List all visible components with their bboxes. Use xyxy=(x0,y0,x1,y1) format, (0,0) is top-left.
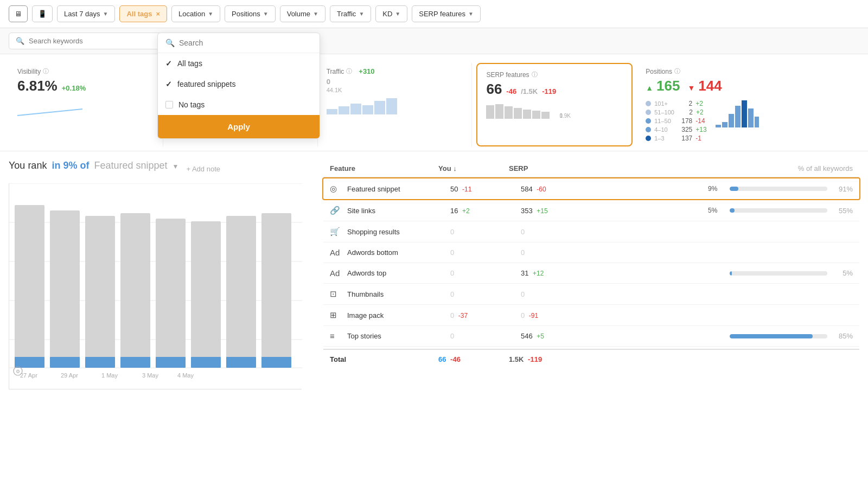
toolbar: 🖥 📱 Last 7 days ▼ All tags × Location ▼ … xyxy=(0,0,868,28)
serp-features-btn[interactable]: SERP features ▼ xyxy=(412,5,481,22)
close-icon[interactable]: × xyxy=(156,10,160,18)
total-you-val: 66 xyxy=(438,355,446,363)
dropdown-item-featured[interactable]: ✓ featured snippets xyxy=(158,74,320,94)
chevron-down-icon: ▼ xyxy=(263,11,269,17)
volume-btn[interactable]: Volume ▼ xyxy=(280,5,326,22)
svg-rect-33 xyxy=(261,213,291,368)
serp-value: 0 xyxy=(521,248,591,257)
positions-card: Positions ⓘ ▲ 165 ▼ 144 101+ 2 +2 51–100… xyxy=(637,63,859,146)
pos-row-101: 101+ 2 +2 xyxy=(646,100,706,107)
col-you-header: You ↓ xyxy=(438,164,509,172)
search-input[interactable] xyxy=(29,37,164,45)
pos-row-1-3: 1–3 137 -1 xyxy=(646,135,706,142)
traffic-delta: +310 xyxy=(359,67,374,75)
svg-text:27 Apr: 27 Apr xyxy=(20,372,37,379)
serp-value: 0 -91 xyxy=(521,311,591,319)
serp-features-label: SERP features ⓘ xyxy=(486,71,623,79)
date-range-btn[interactable]: Last 7 days ▼ xyxy=(57,5,115,22)
feature-name: Shopping results xyxy=(347,228,450,236)
svg-rect-0 xyxy=(327,109,337,114)
no-tags-label: No tags xyxy=(178,100,205,109)
serp-value: 353 +15 xyxy=(521,207,591,215)
col-feature-header: Feature xyxy=(330,164,438,172)
pos-row-4-10: 4–10 325 +13 xyxy=(646,126,706,133)
visibility-chart xyxy=(17,98,154,119)
dropdown-search-row: 🔍 xyxy=(158,33,320,53)
tags-btn[interactable]: All tags × xyxy=(119,5,167,22)
svg-rect-2 xyxy=(350,104,361,114)
feature-name: Image pack xyxy=(347,311,450,319)
location-btn[interactable]: Location ▼ xyxy=(171,5,220,22)
feature-icon: 🛒 xyxy=(330,227,343,236)
total-serp-delta: -119 xyxy=(528,355,542,363)
svg-rect-12 xyxy=(541,112,550,119)
svg-rect-8 xyxy=(505,106,513,119)
svg-rect-15 xyxy=(729,114,734,127)
svg-rect-9 xyxy=(514,108,522,119)
svg-rect-28 xyxy=(85,216,115,368)
traffic-label: Traffic ⓘ +310 xyxy=(327,67,463,75)
table-row: ≡ Top stories 0 546 +5 85% xyxy=(323,326,859,347)
desktop-device-btn[interactable]: 🖥 xyxy=(9,5,28,22)
svg-rect-26 xyxy=(15,205,44,368)
pct-col: 5% 55% xyxy=(591,207,853,215)
check-icon: ✓ xyxy=(165,80,172,88)
serp-delta: -46 xyxy=(506,87,516,95)
table-row: Ad Adwords top 0 31 +12 5% xyxy=(323,263,859,284)
svg-rect-41 xyxy=(261,357,291,368)
you-value: 50 -11 xyxy=(450,185,521,193)
tags-label: All tags xyxy=(126,10,152,18)
serp-features-value: 66 -46 /1.5K -119 xyxy=(486,81,623,98)
positions-btn[interactable]: Positions ▼ xyxy=(225,5,276,22)
svg-rect-34 xyxy=(15,357,44,368)
serp-features-table: Feature You ↓ SERP % of all keywords ◎ F… xyxy=(323,160,859,369)
dot-icon xyxy=(646,136,651,141)
table-row: ◎ Featured snippet 50 -11 584 -60 9% 91% xyxy=(322,177,860,200)
info-icon: ⓘ xyxy=(674,67,680,75)
pct-col: 5% xyxy=(591,269,853,277)
svg-rect-19 xyxy=(755,117,759,127)
dropdown-item-all-tags[interactable]: ✓ All tags xyxy=(158,53,320,74)
pct-col: 85% xyxy=(591,332,853,340)
checkbox-icon[interactable] xyxy=(165,101,173,108)
serp-value: 0 xyxy=(521,228,591,236)
feature-icon: Ad xyxy=(330,248,343,257)
svg-rect-29 xyxy=(120,213,150,368)
feature-icon: ◎ xyxy=(330,184,343,194)
you-value: 0 xyxy=(450,269,521,277)
search-icon: 🔍 xyxy=(16,37,24,45)
serp-value: 584 -60 xyxy=(521,185,591,193)
dropdown-item-no-tags[interactable]: No tags xyxy=(158,94,320,115)
feature-icon: 🔗 xyxy=(330,206,343,215)
add-note-btn[interactable]: + Add note xyxy=(186,165,220,173)
you-value: 0 xyxy=(450,228,521,236)
serp-value: 546 +5 xyxy=(521,332,591,340)
mobile-device-btn[interactable]: 📱 xyxy=(32,5,53,22)
search-input-wrap[interactable]: 🔍 xyxy=(9,33,171,49)
dropdown-search-input[interactable] xyxy=(179,39,312,47)
feature-name: Featured snippet xyxy=(347,185,450,193)
svg-rect-3 xyxy=(362,105,373,114)
serp-features-card: SERP features ⓘ 66 -46 /1.5K -119 1.9K 0 xyxy=(476,63,633,146)
positions-label: Positions ⓘ xyxy=(646,67,851,75)
table-row: ⊡ Thumbnails 0 0 xyxy=(323,284,859,305)
svg-text:29 Apr: 29 Apr xyxy=(61,372,78,379)
pos-row-11-50: 11–50 178 -14 xyxy=(646,117,706,125)
svg-rect-14 xyxy=(722,122,727,127)
svg-rect-35 xyxy=(50,357,80,368)
positions-rows: 101+ 2 +2 51–100 2 +2 11–50 178 -14 xyxy=(646,100,706,142)
search-icon: 🔍 xyxy=(165,39,175,47)
serp-features-label: SERP features xyxy=(419,10,465,18)
col-pct-header: % of all keywords xyxy=(579,164,853,172)
apply-button[interactable]: Apply xyxy=(158,115,320,138)
all-tags-label: All tags xyxy=(177,59,202,68)
positions-main: ▲ 165 ▼ 144 xyxy=(646,78,851,94)
you-value: 16 +2 xyxy=(450,207,521,215)
traffic-btn[interactable]: Traffic ▼ xyxy=(330,5,371,22)
svg-rect-1 xyxy=(339,106,349,114)
feature-icon: ≡ xyxy=(330,331,343,341)
table-rows-container: ◎ Featured snippet 50 -11 584 -60 9% 91%… xyxy=(323,177,859,347)
svg-rect-37 xyxy=(120,357,150,368)
table-row: 🛒 Shopping results 0 0 xyxy=(323,221,859,242)
kd-btn[interactable]: KD ▼ xyxy=(375,5,407,22)
